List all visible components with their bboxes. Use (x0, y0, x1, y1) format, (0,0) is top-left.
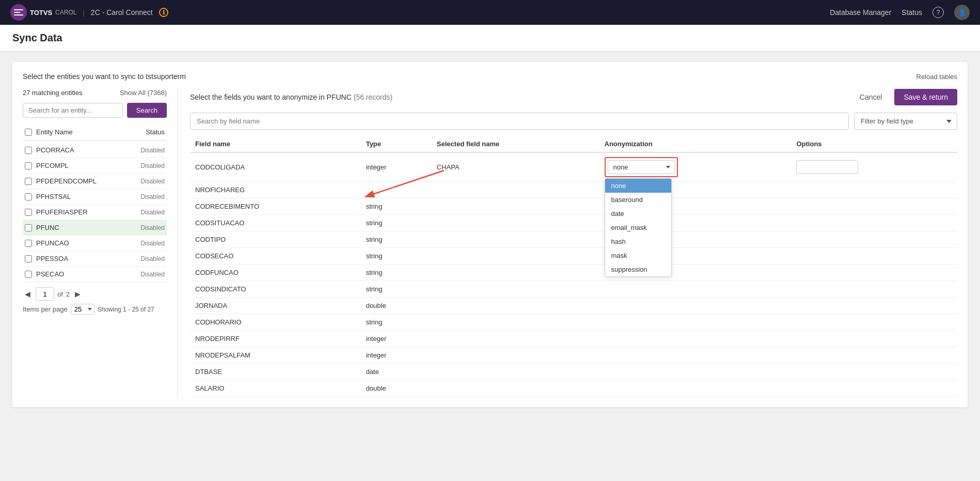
nav-database-manager[interactable]: Database Manager (830, 8, 891, 17)
table-row: CODSITUACAO string (190, 215, 957, 231)
prev-page-button[interactable]: ◀ (23, 289, 33, 299)
selected-field-cell (432, 182, 599, 198)
entities-header: 27 matching entities Show All (7368) (23, 89, 167, 97)
table-row: CODFUNCAO string (190, 265, 957, 281)
field-name-cell: JORNADA (190, 298, 361, 314)
type-cell (361, 182, 432, 198)
panel-actions: Cancel Save & return (852, 89, 957, 105)
type-cell: string (361, 215, 432, 231)
col-type: Type (361, 136, 432, 152)
entity-search-button[interactable]: Search (127, 103, 167, 118)
entity-search-input[interactable] (23, 103, 123, 118)
type-cell: date (361, 364, 432, 380)
entity-checkbox[interactable] (25, 224, 32, 231)
list-item: PFUNCAO Disabled (23, 236, 167, 251)
panel-title: Select the fields you want to anonymize … (190, 93, 392, 101)
anonymization-cell: none baseround date email_mask hash mask… (599, 152, 792, 182)
entity-checkbox[interactable] (25, 255, 32, 262)
entity-name: PSECAO (36, 270, 136, 278)
entity-checkbox[interactable] (25, 193, 32, 200)
nav-status[interactable]: Status (902, 8, 922, 17)
type-cell: string (361, 314, 432, 331)
list-item: PPESSOA Disabled (23, 251, 167, 267)
panels-container: 27 matching entities Show All (7368) Sea… (23, 89, 957, 397)
type-cell: double (361, 298, 432, 314)
list-item: PCORRACA Disabled (23, 143, 167, 158)
options-cell (791, 152, 957, 182)
showing-text: Showing 1 - 25 of 27 (98, 306, 154, 313)
entity-checkbox[interactable] (25, 240, 32, 247)
top-navigation: TOTVS CAROL | 2C - Carol Connect ℹ Datab… (0, 0, 980, 25)
entity-status: Disabled (140, 209, 165, 216)
user-avatar[interactable]: 👤 (954, 5, 970, 20)
filter-row: Filter by field type integer string doub… (190, 113, 957, 130)
reload-tables-link[interactable]: Reload tables (916, 73, 958, 81)
field-search-input[interactable] (190, 113, 849, 130)
table-row: CODHORARIO string (190, 314, 957, 331)
show-all-link[interactable]: Show All (7368) (120, 89, 167, 97)
user-name: CAROL (55, 9, 76, 16)
field-name-cell: CODRECEBIMENTO (190, 198, 361, 215)
col-selected-field: Selected field name (432, 136, 599, 152)
table-row: CODRECEBIMENTO string (190, 198, 957, 215)
app-name: 2C - Carol Connect (91, 8, 153, 17)
entity-status: Disabled (140, 193, 165, 200)
entity-checkbox[interactable] (25, 147, 32, 154)
entity-checkbox[interactable] (25, 209, 32, 216)
table-row: SALARIO double (190, 380, 957, 397)
cancel-button[interactable]: Cancel (852, 90, 890, 104)
type-cell: string (361, 231, 432, 248)
next-page-button[interactable]: ▶ (73, 289, 83, 299)
anonymization-cell: + Add anonymization (599, 182, 792, 198)
items-per-page-select[interactable]: 2550100 (71, 304, 94, 315)
table-row: NRODEPIRRF integer (190, 331, 957, 347)
entity-name: PFHSTSAL (36, 193, 136, 200)
brand-name: TOTVS (30, 9, 52, 17)
table-row: NRODEPSALFAM integer (190, 347, 957, 364)
main-card: Select the entities you want to sync to … (12, 62, 968, 407)
field-name-cell: CODSITUACAO (190, 215, 361, 231)
main-content: Select the entities you want to sync to … (0, 52, 980, 481)
table-row: NROFICHAREG + Add anonymization (190, 182, 957, 198)
page-of-label: of (57, 290, 63, 298)
entity-status: Disabled (140, 240, 165, 247)
entity-checkbox[interactable] (25, 178, 32, 185)
entities-count: 27 matching entities (23, 89, 83, 97)
type-cell: string (361, 281, 432, 298)
entity-name: PFUNCAO (36, 239, 136, 247)
current-page-input[interactable] (36, 287, 54, 301)
page-header: Sync Data (0, 25, 980, 52)
table-row: CODSINDICATO string (190, 281, 957, 298)
entity-checkbox[interactable] (25, 271, 32, 278)
table-row: CODCOLIGADA integer CHAPA none (190, 152, 957, 182)
table-row: DTBASE date (190, 364, 957, 380)
anon-highlight-box: none baseround date email_mask hash mask… (605, 157, 678, 177)
help-icon[interactable]: ? (932, 7, 944, 18)
entity-status: Disabled (140, 147, 165, 154)
fields-table: Field name Type Selected field name Anon… (190, 136, 957, 397)
anonymization-select[interactable]: none baseround date email_mask hash mask… (608, 160, 675, 174)
entity-status: Disabled (140, 255, 165, 262)
selected-field-cell: CHAPA (432, 152, 599, 182)
info-icon[interactable]: ℹ (159, 8, 168, 17)
options-cell (791, 198, 957, 215)
anon-dropdown-container: none baseround date email_mask hash mask… (605, 157, 678, 177)
field-name-cell: SALARIO (190, 380, 361, 397)
list-item: PFUNC Disabled (23, 220, 167, 236)
field-name-cell: CODFUNCAO (190, 265, 361, 281)
options-input[interactable] (796, 160, 858, 174)
filter-by-type-select[interactable]: Filter by field type integer string doub… (854, 113, 957, 130)
col-field-name: Field name (190, 136, 361, 152)
entity-checkbox[interactable] (25, 162, 32, 169)
type-cell: integer (361, 347, 432, 364)
list-item: PSECAO Disabled (23, 267, 167, 282)
entity-status: Disabled (140, 162, 165, 169)
items-per-page-label: Items per page (23, 305, 68, 313)
page-title: Sync Data (12, 32, 968, 44)
pagination: ◀ of 2 ▶ (23, 287, 167, 301)
add-anonymization-link[interactable]: + Add anonymization (605, 186, 667, 194)
save-return-button[interactable]: Save & return (894, 89, 957, 105)
type-cell: double (361, 380, 432, 397)
select-all-checkbox[interactable] (25, 129, 32, 136)
entity-status: Disabled (140, 178, 165, 185)
